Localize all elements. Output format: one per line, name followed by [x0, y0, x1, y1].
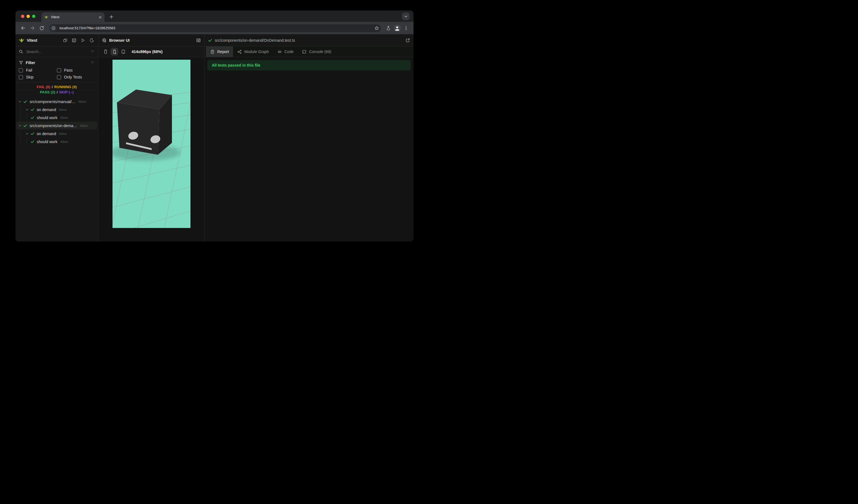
profile-avatar[interactable] — [394, 25, 401, 32]
code-icon — [277, 49, 282, 54]
tab-title: Vitest — [51, 15, 99, 19]
checkbox-label: Fail — [26, 68, 32, 72]
zoom-window-button[interactable] — [32, 15, 35, 18]
viewport-area — [98, 57, 204, 242]
minimize-window-button[interactable] — [27, 15, 30, 18]
vitest-ui: Vitest — [15, 34, 414, 242]
test-file-row[interactable]: src/components/manual/… 56ms — [15, 98, 98, 105]
browser-toolbar — [15, 22, 414, 34]
filter-header: Filter — [19, 59, 95, 67]
sidebar: Vitest — [15, 34, 98, 242]
chevron-down-icon[interactable] — [26, 132, 29, 135]
checkbox-label: Only Tests — [64, 75, 82, 79]
test-tree: src/components/manual/… 56ms on demand 5… — [15, 97, 98, 242]
test-label: on demand — [37, 108, 56, 112]
checkbox-icon[interactable] — [57, 68, 61, 72]
viewport-size-label: 414x896px (68%) — [131, 49, 162, 54]
chevron-down-icon[interactable] — [26, 108, 29, 111]
clear-filter-icon[interactable] — [90, 61, 95, 65]
test-case-row[interactable]: should work 55ms — [15, 114, 98, 121]
url-bar[interactable] — [49, 24, 381, 32]
filter-title: Filter — [26, 61, 88, 65]
experiments-flask-icon[interactable] — [384, 24, 393, 32]
filter-section: Filter Fail Pass — [15, 57, 98, 82]
sidebar-header: Vitest — [15, 34, 98, 46]
pass-check-icon — [30, 140, 34, 144]
checkbox-label: Skip — [26, 75, 33, 79]
test-duration: 43ms — [80, 124, 88, 127]
device-tablet-button[interactable] — [120, 48, 127, 55]
pass-check-icon — [208, 38, 212, 43]
tab-close-icon[interactable] — [99, 16, 102, 19]
collapse-windows-icon[interactable] — [62, 37, 68, 43]
pass-check-icon — [30, 131, 34, 136]
site-info-icon[interactable] — [50, 25, 57, 31]
filter-checkbox-pass[interactable]: Pass — [57, 68, 95, 72]
close-window-button[interactable] — [21, 15, 24, 18]
test-duration: 56ms — [59, 108, 67, 111]
test-duration: 43ms — [60, 140, 68, 143]
filter-checkbox-skip[interactable]: Skip — [19, 75, 57, 79]
tab-label: Console (69) — [309, 49, 331, 54]
globe-icon — [102, 38, 107, 43]
open-external-icon[interactable] — [405, 38, 410, 43]
checkbox-icon[interactable] — [57, 75, 61, 79]
reload-button[interactable] — [37, 24, 46, 32]
test-suite-row[interactable]: on demand 56ms — [15, 105, 98, 114]
sidebar-actions — [62, 37, 95, 43]
new-tab-button[interactable] — [108, 13, 115, 20]
device-phone-plus-button[interactable] — [111, 48, 118, 55]
tab-search-button[interactable] — [402, 13, 410, 20]
report-body: All tests passed in this file — [205, 57, 414, 242]
browser-ui-panel: Browser UI 414x896px (68%) — [98, 34, 205, 242]
checkbox-icon[interactable] — [19, 68, 23, 72]
checkbox-icon[interactable] — [19, 75, 23, 79]
test-label: should work — [37, 140, 58, 144]
chevron-down-icon[interactable] — [18, 124, 21, 127]
report-panel: src/components/on-demand/OnDemand.test.t… — [205, 34, 414, 242]
tab-report[interactable]: Report — [206, 46, 233, 57]
browser-ui-header: Browser UI — [98, 34, 204, 46]
chevron-down-icon[interactable] — [18, 100, 21, 103]
run-all-icon[interactable] — [80, 37, 86, 43]
clear-search-filter-icon[interactable] — [90, 49, 95, 54]
back-button[interactable] — [19, 24, 27, 32]
open-panel-right-icon[interactable] — [196, 38, 201, 43]
filter-checkbox-only-tests[interactable]: Only Tests — [57, 75, 95, 79]
filter-checkbox-fail[interactable]: Fail — [19, 68, 57, 72]
url-input[interactable] — [59, 26, 374, 30]
browser-tab-vitest[interactable]: Vitest — [42, 13, 105, 22]
device-phone-button[interactable] — [102, 48, 109, 55]
search-input[interactable] — [26, 49, 88, 54]
pass-check-icon — [23, 124, 27, 128]
test-suite-row[interactable]: on demand 43ms — [15, 130, 98, 137]
dashboard-icon[interactable] — [71, 37, 77, 43]
console-icon — [302, 49, 306, 54]
tab-console[interactable]: Console (69) — [298, 46, 335, 57]
menu-kebab-icon[interactable] — [402, 24, 410, 32]
test-duration: 43ms — [59, 132, 67, 135]
test-case-row[interactable]: should work 43ms — [15, 137, 98, 146]
browser-viewport[interactable] — [112, 60, 190, 228]
report-header: src/components/on-demand/OnDemand.test.t… — [205, 34, 414, 46]
module-graph-icon — [237, 49, 242, 54]
test-duration: 55ms — [60, 116, 68, 119]
pass-check-icon — [23, 99, 27, 103]
search-row — [15, 46, 98, 57]
test-duration: 56ms — [79, 100, 86, 103]
cube-robot-head — [117, 90, 172, 155]
tab-module-graph[interactable]: Module Graph — [233, 46, 273, 57]
browser-ui-title: Browser UI — [109, 38, 193, 43]
report-clipboard-icon — [210, 49, 215, 54]
dark-mode-moon-icon[interactable] — [89, 37, 95, 43]
bookmark-star-icon[interactable] — [374, 26, 379, 31]
tab-code[interactable]: Code — [273, 46, 298, 57]
forward-button[interactable] — [28, 24, 36, 32]
pass-check-icon — [30, 115, 34, 120]
test-label: src/components/manual/… — [30, 99, 76, 104]
vitest-logo-icon — [19, 37, 24, 43]
browser-window: Vitest — [15, 11, 414, 242]
device-toolbar: 414x896px (68%) — [98, 46, 204, 57]
test-file-row-selected[interactable]: src/components/on-dema… 43ms — [15, 121, 98, 130]
tab-label: Report — [217, 49, 229, 54]
